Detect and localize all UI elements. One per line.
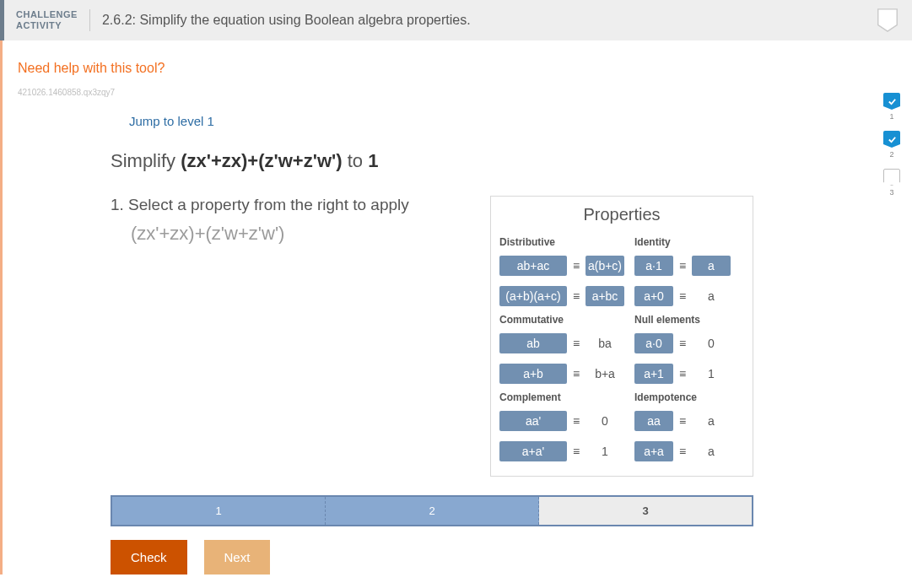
prop-one-text-2: 1 [692, 367, 731, 380]
idem-row-2: a+a ≡ a [634, 439, 744, 464]
null-row-2: a+1 ≡ 1 [634, 361, 744, 386]
prompt-middle: to [348, 150, 368, 171]
prop-ab-button[interactable]: ab [499, 333, 567, 353]
identity-row-1: a·1 ≡ a [634, 253, 744, 278]
prompt-target: 1 [368, 150, 378, 171]
check-button[interactable]: Check [111, 540, 187, 575]
equiv-icon: ≡ [673, 289, 692, 303]
prop-aaprime-button[interactable]: aa' [499, 411, 567, 431]
equiv-icon: ≡ [673, 259, 692, 272]
jump-to-level-link[interactable]: Jump to level 1 [129, 114, 214, 128]
prop-aa-button[interactable]: aa [634, 411, 673, 431]
workspace: 1. Select a property from the right to a… [111, 196, 490, 477]
identity-group: Identity a·1 ≡ a a+0 ≡ a Null elements [634, 231, 744, 469]
body-row: 1. Select a property from the right to a… [111, 196, 753, 477]
prop-a-times-b-plus-c-button[interactable]: a(b+c) [586, 256, 624, 276]
prop-one-text: 1 [586, 445, 624, 458]
distributive-row-2: (a+b)(a+c) ≡ a+bc [499, 283, 624, 309]
prop-a-plus-bc-button[interactable]: a+bc [586, 286, 624, 306]
prop-a-text: a [692, 289, 731, 303]
distributive-group: Distributive ab+ac ≡ a(b+c) (a+b)(a+c) ≡… [499, 231, 624, 469]
progress-seg-3[interactable]: 3 [539, 497, 752, 525]
complement-row-1: aa' ≡ 0 [499, 408, 624, 434]
prop-a-text-3: a [692, 445, 731, 458]
prop-a-dot-1-button[interactable]: a·1 [634, 256, 673, 276]
distributive-label: Distributive [499, 236, 624, 248]
prop-aplusa-button[interactable]: a+a [634, 441, 673, 461]
commutative-row-1: ab ≡ ba [499, 331, 624, 356]
prop-aplusaprime-button[interactable]: a+a' [499, 441, 567, 461]
equiv-icon: ≡ [673, 367, 692, 380]
main-area: Need help with this tool? 421026.1460858… [0, 40, 912, 575]
challenge-header: CHALLENGE ACTIVITY 2.6.2: Simplify the e… [0, 0, 912, 40]
prop-bplusa-text: b+a [586, 367, 624, 380]
complement-row-2: a+a' ≡ 1 [499, 439, 624, 464]
prop-ba-text: ba [586, 337, 624, 350]
current-expression: (zx'+zx)+(z'w+z'w') [111, 223, 477, 245]
shield-icon [875, 8, 900, 33]
distributive-row-1: ab+ac ≡ a(b+c) [499, 253, 624, 278]
equiv-icon: ≡ [567, 289, 586, 303]
equiv-icon: ≡ [567, 414, 586, 428]
equiv-icon: ≡ [567, 259, 586, 272]
prop-zero-text-2: 0 [692, 337, 731, 350]
prop-aplus1-button[interactable]: a+1 [634, 364, 673, 384]
null-elements-label: Null elements [634, 314, 744, 326]
prop-a-dot-0-button[interactable]: a·0 [634, 333, 673, 353]
properties-panel: Properties Distributive ab+ac ≡ a(b+c) (… [490, 196, 753, 477]
challenge-label-line1: CHALLENGE [16, 9, 78, 19]
activity-title: 2.6.2: Simplify the equation using Boole… [90, 13, 471, 28]
check-icon [883, 93, 900, 110]
prop-aplusb-aplusc-button[interactable]: (a+b)(a+c) [499, 286, 567, 306]
prompt-expression: (zx'+zx)+(z'w+z'w') [181, 150, 342, 171]
challenge-label-line2: ACTIVITY [16, 20, 62, 30]
prompt-text: Simplify (zx'+zx)+(z'w+z'w') to 1 [111, 150, 753, 172]
button-row: Check Next [111, 540, 753, 575]
next-button[interactable]: Next [204, 540, 271, 575]
instruction-text: 1. Select a property from the right to a… [111, 196, 477, 214]
identity-label: Identity [634, 236, 744, 248]
properties-title: Properties [491, 197, 753, 231]
idempotence-label: Idempotence [634, 391, 744, 403]
prop-a-text-2: a [692, 414, 731, 428]
prop-aplus0-button[interactable]: a+0 [634, 286, 673, 306]
prompt-prefix: Simplify [111, 150, 181, 171]
progress-bar: 1 2 3 [111, 495, 753, 526]
progress-seg-2[interactable]: 2 [326, 497, 539, 525]
equiv-icon: ≡ [567, 445, 586, 458]
identity-row-2: a+0 ≡ a [634, 283, 744, 309]
prop-aplusb-button[interactable]: a+b [499, 364, 567, 384]
equiv-icon: ≡ [567, 367, 586, 380]
equiv-icon: ≡ [673, 445, 692, 458]
help-link[interactable]: Need help with this tool? [18, 61, 165, 76]
equiv-icon: ≡ [567, 337, 586, 350]
exercise-code-id: 421026.1460858.qx3zqy7 [18, 88, 897, 97]
content-column: Jump to level 1 Simplify (zx'+zx)+(z'w+z… [18, 114, 897, 575]
progress-seg-1[interactable]: 1 [112, 497, 326, 525]
idem-row-1: aa ≡ a [634, 408, 744, 434]
prop-ab-plus-ac-button[interactable]: ab+ac [499, 256, 567, 276]
equiv-icon: ≡ [673, 337, 692, 350]
prop-zero-text: 0 [586, 414, 624, 428]
challenge-label: CHALLENGE ACTIVITY [16, 9, 90, 30]
commutative-row-2: a+b ≡ b+a [499, 361, 624, 386]
null-row-1: a·0 ≡ 0 [634, 331, 744, 356]
commutative-label: Commutative [499, 314, 624, 326]
equiv-icon: ≡ [673, 414, 692, 428]
complement-label: Complement [499, 391, 624, 403]
prop-a-button[interactable]: a [692, 256, 731, 276]
